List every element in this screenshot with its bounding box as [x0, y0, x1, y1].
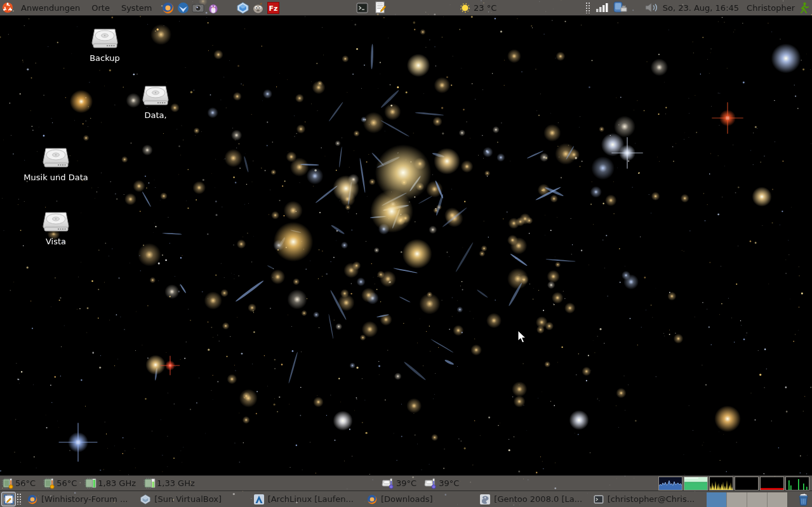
trash-icon	[797, 493, 809, 506]
terminal-icon	[594, 494, 604, 504]
volume-icon[interactable]	[645, 3, 659, 13]
desktop-icon-backup[interactable]: Backup	[67, 27, 143, 63]
weather-applet[interactable]: 23 °C	[460, 3, 496, 13]
cpu-temp-value: 56°C	[15, 478, 36, 488]
system-monitor-applet[interactable]	[658, 477, 809, 491]
hdd-temp-value: 39°C	[439, 478, 459, 488]
cpu-sensors: 56°C 56°C	[1, 477, 199, 489]
workspace-4[interactable]	[768, 492, 787, 507]
cpu-freq-applet[interactable]: 1,33 GHz	[143, 477, 195, 489]
taskbar-window-downloads[interactable]: [Downloads]	[363, 491, 476, 507]
taskbar-window-winhistory[interactable]: [Winhistory-Forum ...	[23, 491, 136, 507]
desktop-icon-vista[interactable]: Vista	[18, 210, 94, 246]
desktop-icon-musik-und-data[interactable]: Musik und Data	[18, 146, 94, 182]
menu-anwendungen[interactable]: Anwendungen	[15, 0, 86, 15]
hdd-temp-applet[interactable]: 39°C	[381, 477, 416, 489]
network-graph[interactable]	[709, 477, 733, 491]
trash-applet[interactable]	[796, 492, 811, 506]
taskbar-window-virtualbox[interactable]: [Sun VirtualBox]	[136, 491, 250, 507]
workspace-1[interactable]	[707, 492, 727, 507]
filezilla-glyph: Fz	[269, 4, 277, 12]
memory-graph[interactable]	[684, 477, 708, 491]
desktop-screen: Anwendungen Orte System Fz	[0, 0, 812, 507]
load-graph[interactable]	[760, 477, 784, 491]
pidgin-launcher-icon[interactable]	[206, 0, 221, 15]
filezilla-launcher-icon[interactable]: Fz	[265, 0, 281, 15]
desktop-icon-data[interactable]: Data,	[117, 84, 194, 120]
cpu-freq-value: 1,83 GHz	[98, 478, 136, 488]
cpu-freq-value: 1,33 GHz	[157, 478, 195, 488]
window-list: [Winhistory-Forum ... [Sun VirtualBox] […	[23, 491, 703, 507]
hubble-wallpaper	[0, 0, 812, 507]
taskbar-window-terminal[interactable]: [christopher@Chris...	[590, 491, 703, 507]
hard-drive-icon	[42, 146, 70, 170]
window-title: [Sun VirtualBox]	[154, 494, 222, 504]
show-desktop-button[interactable]	[1, 492, 16, 506]
menu-orte[interactable]: Orte	[86, 0, 116, 15]
menu-system[interactable]: System	[116, 0, 157, 15]
cpu-frequency-icon	[143, 477, 156, 489]
ubuntu-logo-icon[interactable]	[0, 0, 15, 15]
cpu-frequency-icon	[84, 477, 97, 489]
desktop-icon-label: Backup	[90, 53, 120, 63]
top-panel: Anwendungen Orte System Fz	[0, 0, 812, 16]
desktop-icon-label: Musik und Data	[23, 173, 88, 182]
hdd-thermometer-icon	[423, 477, 437, 489]
swap-graph[interactable]	[735, 477, 759, 491]
clock[interactable]: So, 23. Aug, 16:45	[663, 3, 739, 13]
cpu-freq-applet[interactable]: 1,83 GHz	[84, 477, 136, 489]
hdd-temp-applet[interactable]: 39°C	[423, 477, 459, 489]
show-desktop-icon	[4, 494, 14, 504]
cpu-temp-applet[interactable]: 56°C	[43, 477, 77, 489]
screenshot-camera-icon[interactable]	[190, 0, 206, 15]
mouse-cursor	[517, 330, 526, 344]
taskbar-window-gentoo[interactable]: [Gentoo 2008.0 [La...	[476, 491, 589, 507]
user-switch-runner-icon[interactable]	[799, 2, 809, 13]
desktop-icon-label: Vista	[46, 237, 66, 246]
cpu-temp-value: 56°C	[57, 478, 77, 488]
network-manager-icon[interactable]	[613, 1, 629, 14]
firefox-icon	[367, 494, 377, 504]
disk-graph[interactable]	[785, 477, 809, 491]
cpu-thermometer-icon	[1, 477, 14, 489]
menu-label: Anwendungen	[21, 3, 80, 13]
window-title: [christopher@Chris...	[608, 494, 695, 504]
gimp-launcher-icon[interactable]	[250, 0, 265, 15]
terminal-launcher-icon[interactable]	[354, 0, 369, 15]
window-title: [ArchLinux [Laufen...	[268, 494, 354, 504]
cpu-thermometer-icon	[43, 477, 55, 489]
taskbar-window-archlinux[interactable]: [ArchLinux [Laufen...	[250, 491, 363, 507]
applet-drag-handle[interactable]	[585, 2, 591, 13]
sensor-panel: 56°C 56°C	[0, 475, 812, 491]
gedit-launcher-icon[interactable]	[373, 0, 388, 15]
user-switcher-name[interactable]: Christopher	[747, 3, 795, 13]
virtualbox-icon	[140, 494, 150, 504]
mid-launchers	[354, 0, 388, 15]
window-title: [Downloads]	[381, 494, 433, 504]
menu-label: System	[121, 3, 152, 13]
signal-bars-icon[interactable]	[596, 3, 608, 13]
processor-graph[interactable]	[658, 477, 682, 491]
taskbar-panel: [Winhistory-Forum ... [Sun VirtualBox] […	[0, 491, 812, 507]
workspace-2[interactable]	[727, 492, 747, 507]
hdd-sensors: 39°C 39°C	[381, 477, 463, 489]
hdd-thermometer-icon	[381, 477, 395, 489]
archlinux-icon	[254, 494, 264, 504]
thunderbird-launcher-icon[interactable]	[175, 0, 190, 15]
hard-drive-icon	[142, 84, 170, 108]
window-title: [Winhistory-Forum ...	[41, 494, 128, 504]
firefox-launcher-icon[interactable]	[160, 0, 175, 15]
monitor-cluster	[585, 1, 629, 14]
workspace-3[interactable]	[747, 492, 768, 507]
menu-label: Orte	[91, 3, 110, 13]
desktop-icon-label: Data,	[144, 110, 166, 120]
firefox-icon	[27, 494, 37, 504]
window-list-drag-handle[interactable]	[17, 493, 22, 504]
weather-temperature: 23 °C	[474, 3, 496, 13]
gentoo-icon	[480, 494, 490, 504]
window-title: [Gentoo 2008.0 [La...	[494, 494, 582, 504]
cpu-temp-applet[interactable]: 56°C	[1, 477, 36, 489]
hard-drive-icon	[91, 27, 119, 51]
clock-cluster: So, 23. Aug, 16:45 Christopher	[645, 2, 809, 13]
virtualbox-launcher-icon[interactable]	[235, 0, 250, 15]
